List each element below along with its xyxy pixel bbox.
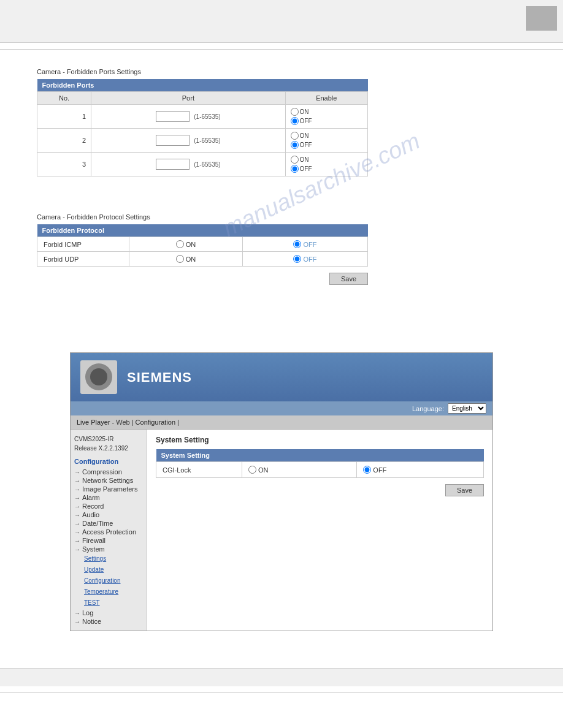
sidebar-item-alarm[interactable]: → Alarm	[74, 493, 143, 502]
row1-on-label[interactable]: ON	[291, 108, 309, 116]
row2-on-radio[interactable]	[291, 132, 299, 140]
sidebar-label-notice: Notice	[82, 618, 101, 625]
forbidden-ports-header: Forbidden Ports	[37, 79, 368, 92]
sidebar-item-firewall[interactable]: → Firewall	[74, 536, 143, 545]
arrow-datetime: →	[74, 520, 80, 527]
sidebar-item-system[interactable]: → System	[74, 545, 143, 553]
cgi-lock-on-radio[interactable]	[248, 466, 256, 474]
arrow-audio: →	[74, 512, 80, 518]
sidebar-label-image: Image Parameters	[82, 485, 137, 493]
sidebar-item-log[interactable]: → Log	[74, 609, 143, 617]
row1-off-label[interactable]: OFF	[291, 117, 312, 125]
udp-on-radio[interactable]	[176, 255, 184, 263]
cgi-lock-off-label[interactable]: OFF	[363, 466, 477, 474]
row3-off-radio[interactable]	[291, 165, 299, 173]
sidebar-label-audio: Audio	[82, 511, 99, 518]
system-save-button[interactable]: Save	[445, 484, 484, 496]
icmp-on-label[interactable]: ON	[136, 240, 236, 248]
forbidden-ports-title: Camera - Forbidden Ports Settings	[37, 68, 526, 75]
sidebar-link-configuration[interactable]: Configuration	[74, 575, 143, 586]
cgi-lock-on-label[interactable]: ON	[248, 466, 350, 474]
sidebar-label-compression: Compression	[82, 468, 122, 476]
row3-on-label[interactable]: ON	[291, 156, 309, 164]
sidebar-item-image[interactable]: → Image Parameters	[74, 485, 143, 493]
sidebar-label-datetime: Date/Time	[82, 520, 113, 527]
language-select[interactable]: English German French Chinese	[448, 403, 486, 414]
udp-on-label[interactable]: ON	[136, 255, 236, 263]
nav-sep2: |	[177, 419, 179, 426]
row2-enable-cell: ON OFF	[285, 129, 367, 153]
arrow-compression: →	[74, 469, 80, 476]
protocol-save-button[interactable]: Save	[329, 273, 368, 285]
udp-off-label[interactable]: OFF	[249, 255, 361, 263]
sidebar-section-title: Configuration	[74, 458, 143, 465]
icmp-on-radio[interactable]	[176, 240, 184, 248]
row3-off-label[interactable]: OFF	[291, 165, 312, 173]
cgi-lock-off-radio[interactable]	[363, 466, 371, 474]
nav-liveplayer[interactable]: Live Player	[77, 419, 110, 426]
protocol-header-row: Forbidden Protocol	[37, 224, 368, 237]
arrow-system: →	[74, 546, 80, 553]
sidebar-item-network[interactable]: → Network Settings	[74, 476, 143, 485]
icmp-label: Forbid ICMP	[37, 237, 129, 252]
camera-thumbnail	[80, 360, 117, 394]
cgi-lock-label: CGI-Lock	[156, 462, 242, 478]
sidebar-item-compression[interactable]: → Compression	[74, 468, 143, 476]
udp-on-cell: ON	[129, 252, 243, 267]
arrow-record: →	[74, 503, 80, 510]
sidebar-label-network: Network Settings	[82, 477, 133, 484]
sidebar-item-datetime[interactable]: → Date/Time	[74, 519, 143, 528]
top-separator	[0, 49, 563, 50]
row1-no: 1	[37, 105, 91, 129]
system-setting-table: System Setting CGI-Lock ON	[156, 449, 484, 478]
row1-enable-cell: ON OFF	[285, 105, 367, 129]
port-input-3[interactable]	[156, 159, 190, 170]
cgi-lock-row: CGI-Lock ON OFF	[156, 462, 484, 478]
col-headers: No. Port Enable	[37, 92, 368, 105]
siemens-body: CVMS2025-IR Release X.2.2.1392 Configura…	[71, 430, 492, 631]
row1-off-radio[interactable]	[291, 117, 299, 125]
sidebar-item-access[interactable]: → Access Protection	[74, 528, 143, 536]
arrow-log: →	[74, 610, 80, 616]
port-input-2[interactable]	[156, 135, 190, 146]
siemens-brand: SIEMENS	[127, 370, 192, 385]
nav-sep1: - Web |	[112, 419, 133, 426]
port-range-3: (1-65535)	[194, 161, 220, 168]
forbidden-ports-header-label: Forbidden Ports	[37, 79, 368, 92]
arrow-alarm: →	[74, 495, 80, 501]
arrow-image: →	[74, 486, 80, 493]
col-no: No.	[37, 92, 91, 105]
protocol-header-label: Forbidden Protocol	[37, 224, 368, 237]
port-range-2: (1-65535)	[194, 137, 220, 144]
row2-off-radio[interactable]	[291, 141, 299, 149]
sidebar-label-log: Log	[82, 609, 93, 616]
device-release: Release X.2.2.1392	[74, 444, 143, 453]
sidebar-link-temperature[interactable]: Temperature	[74, 586, 143, 597]
row2-off-label[interactable]: OFF	[291, 141, 312, 149]
icmp-off-label[interactable]: OFF	[249, 240, 361, 248]
sidebar-link-settings[interactable]: Settings	[74, 553, 143, 564]
sidebar-item-audio[interactable]: → Audio	[74, 510, 143, 519]
row3-enable-cell: ON OFF	[285, 153, 367, 176]
nav-configuration[interactable]: Configuration	[136, 419, 175, 426]
icmp-off-radio[interactable]	[293, 240, 301, 248]
sidebar-label-system: System	[82, 545, 105, 553]
bottom-bar	[0, 668, 563, 686]
sidebar-item-notice[interactable]: → Notice	[74, 617, 143, 626]
bottom-separator	[0, 692, 563, 693]
row3-on-radio[interactable]	[291, 156, 299, 164]
port-input-1[interactable]	[156, 111, 190, 122]
row2-on-label[interactable]: ON	[291, 132, 309, 140]
language-bar: Language: English German French Chinese	[71, 401, 492, 415]
sidebar-link-test[interactable]: TEST	[74, 597, 143, 609]
row2-port-cell: (1-65535)	[91, 129, 285, 153]
sidebar-item-record[interactable]: → Record	[74, 502, 143, 510]
camera-lens	[90, 368, 107, 385]
row1-on-radio[interactable]	[291, 108, 299, 116]
udp-off-radio[interactable]	[293, 255, 301, 263]
port-range-1: (1-65535)	[194, 113, 220, 120]
row2-radio-group: ON OFF	[291, 132, 362, 149]
sidebar-link-update[interactable]: Update	[74, 564, 143, 575]
table-row: 3 (1-65535) ON OFF	[37, 153, 368, 176]
table-row: 2 (1-65535) ON OFF	[37, 129, 368, 153]
